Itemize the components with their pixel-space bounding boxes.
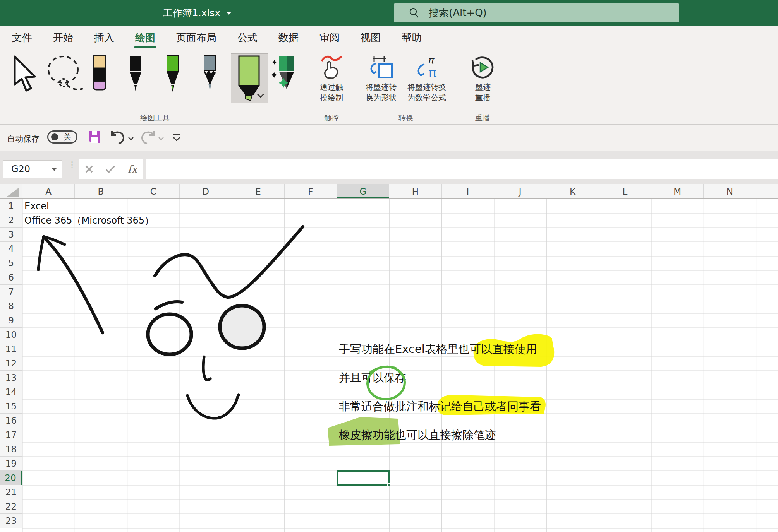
insert-function-button[interactable]: fx	[127, 163, 137, 175]
autosave-toggle[interactable]: 关	[47, 130, 77, 144]
ink-to-shape-button[interactable]: 将墨迹转 换为形状	[357, 82, 405, 103]
tab-data[interactable]: 数据	[268, 26, 309, 50]
search-input[interactable]: 搜索(Alt+Q)	[394, 3, 679, 22]
select-tool[interactable]	[11, 55, 39, 92]
row-header-18[interactable]: 18	[0, 442, 22, 457]
column-header-I[interactable]: I	[442, 184, 494, 198]
row-header-20[interactable]: 20	[0, 471, 22, 485]
ink-arrow-barb-right	[44, 237, 65, 245]
fill-handle[interactable]	[387, 483, 390, 486]
undo-button[interactable]	[110, 130, 125, 145]
row-header-6[interactable]: 6	[0, 270, 22, 285]
chevron-down-icon[interactable]	[257, 93, 264, 98]
column-header-A[interactable]: A	[22, 184, 75, 198]
row-header-7[interactable]: 7	[0, 285, 22, 299]
action-pen-tool[interactable]	[271, 55, 297, 95]
row-header-16[interactable]: 16	[0, 414, 22, 428]
eraser-tool[interactable]	[92, 55, 107, 91]
pen-black-tool[interactable]	[128, 55, 143, 92]
tab-file[interactable]: 文件	[2, 26, 43, 50]
redo-dropdown-icon[interactable]	[158, 137, 164, 140]
row-header-3[interactable]: 3	[0, 228, 22, 242]
highlighter-tool-selected[interactable]	[231, 53, 268, 103]
row-header-17[interactable]: 17	[0, 428, 22, 442]
select-all-corner[interactable]	[0, 184, 22, 198]
row-header-1[interactable]: 1	[0, 199, 22, 213]
column-header-K[interactable]: K	[546, 184, 599, 198]
name-box-dropdown-icon[interactable]	[52, 168, 57, 171]
tab-help[interactable]: 帮助	[391, 26, 432, 50]
tab-draw[interactable]: 绘图	[125, 26, 166, 50]
column-header-L[interactable]: L	[599, 184, 651, 198]
column-header-H[interactable]: H	[389, 184, 441, 198]
row-header-9[interactable]: 9	[0, 313, 22, 328]
row-header-5[interactable]: 5	[0, 256, 22, 270]
column-header-C[interactable]: C	[127, 184, 180, 198]
tab-view[interactable]: 视图	[350, 26, 391, 50]
ink-to-math-button[interactable]: 将墨迹转换 为数学公式	[401, 82, 452, 103]
tab-home[interactable]: 开始	[43, 26, 84, 50]
column-header-J[interactable]: J	[494, 184, 546, 198]
pen-green-tool[interactable]	[165, 55, 180, 92]
ink-replay-button[interactable]: 墨迹 重播	[467, 82, 499, 103]
ink-left-eye	[148, 314, 191, 354]
row-header-4[interactable]: 4	[0, 242, 22, 256]
cell-A2[interactable]: Office 365（Microsoft 365）	[24, 213, 154, 228]
enter-check-icon[interactable]	[105, 165, 115, 173]
column-header-E[interactable]: E	[232, 184, 284, 198]
formula-bar-row: G20 ⋮ fx	[0, 151, 778, 184]
row-header-23[interactable]: 23	[0, 514, 22, 528]
row-header-15[interactable]: 15	[0, 399, 22, 414]
save-button[interactable]	[88, 130, 101, 144]
cell-G13[interactable]: 并且可以保存	[339, 371, 406, 385]
cell-G17[interactable]: 橡皮擦功能也可以直接擦除笔迹	[339, 428, 496, 442]
row-header-8[interactable]: 8	[0, 299, 22, 313]
column-header-strip: ABCDEFGHIJKLMN	[0, 184, 778, 199]
lasso-select-tool[interactable]	[46, 55, 84, 94]
cell-G11[interactable]: 手写功能在Excel表格里也可以直接使用	[339, 342, 537, 356]
draw-with-touch-icon[interactable]	[318, 55, 345, 79]
group-label-touch: 触控	[316, 113, 347, 123]
group-label-replay: 重播	[467, 113, 498, 123]
row-header-21[interactable]: 21	[0, 485, 22, 499]
workbook-title-group[interactable]: 工作簿1.xlsx	[147, 0, 248, 26]
autosave-state: 关	[64, 132, 71, 142]
row-header-13[interactable]: 13	[0, 371, 22, 385]
column-header-B[interactable]: B	[75, 184, 127, 198]
redo-button-disabled[interactable]	[140, 130, 156, 145]
workbook-title: 工作簿1.xlsx	[163, 7, 220, 19]
column-header-F[interactable]: F	[285, 184, 337, 198]
ink-to-math-icon[interactable]: π π	[414, 55, 440, 80]
formula-bar-grip[interactable]: ⋮	[68, 163, 76, 167]
row-header-14[interactable]: 14	[0, 385, 22, 399]
pencil-tool[interactable]	[203, 55, 217, 92]
draw-with-touch-button[interactable]: 通过触 摸绘制	[308, 82, 355, 103]
undo-dropdown-icon[interactable]	[128, 137, 134, 140]
column-header-M[interactable]: M	[651, 184, 704, 198]
row-header-22[interactable]: 22	[0, 499, 22, 514]
cell-A1[interactable]: Excel	[24, 199, 49, 213]
cancel-icon[interactable]	[85, 165, 93, 173]
cell-G15[interactable]: 非常适合做批注和标记给自己或者同事看	[339, 399, 541, 414]
tab-review[interactable]: 审阅	[309, 26, 350, 50]
formula-input[interactable]	[146, 159, 778, 179]
column-header-D[interactable]: D	[180, 184, 232, 198]
row-header-12[interactable]: 12	[0, 356, 22, 371]
ribbon-group-divider	[458, 54, 458, 120]
row-header-10[interactable]: 10	[0, 328, 22, 342]
tab-formulas[interactable]: 公式	[227, 26, 268, 50]
row-header-11[interactable]: 11	[0, 342, 22, 356]
tab-page-layout[interactable]: 页面布局	[166, 26, 227, 50]
row-header-19[interactable]: 19	[0, 457, 22, 471]
worksheet[interactable]: ABCDEFGHIJKLMN 1234567891011121314151617…	[0, 184, 778, 532]
ink-replay-icon[interactable]	[470, 55, 495, 80]
name-box[interactable]: G20	[3, 160, 62, 178]
search-icon	[409, 7, 419, 18]
title-bar: 工作簿1.xlsx 搜索(Alt+Q)	[0, 0, 778, 26]
column-header-G[interactable]: G	[337, 184, 389, 198]
ink-to-shape-icon[interactable]	[369, 55, 393, 80]
column-header-N[interactable]: N	[704, 184, 756, 198]
row-header-2[interactable]: 2	[0, 213, 22, 228]
customize-qat-icon[interactable]	[172, 133, 181, 142]
tab-insert[interactable]: 插入	[84, 26, 125, 50]
